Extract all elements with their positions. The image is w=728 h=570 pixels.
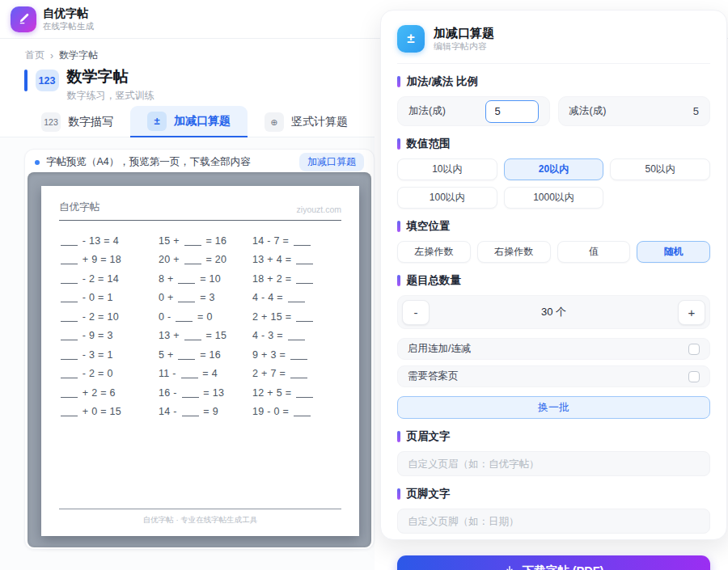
preview-header: 字帖预览（A4），预览第一页，下载全部内容 加减口算题 — [28, 152, 371, 172]
math-problem: 9 + 3 = — [252, 345, 341, 365]
footer-text-input[interactable] — [397, 509, 710, 534]
worksheet-footer: 自优字帖 · 专业在线字帖生成工具 — [59, 509, 341, 526]
tab-number-tracing[interactable]: 123 数字描写 — [24, 106, 130, 137]
blank-option-random[interactable]: 随机 — [637, 241, 710, 263]
preview-card: 字帖预览（A4），预览第一页，下载全部内容 加减口算题 自优字帖 ziyouzt… — [24, 149, 375, 550]
section-footer-text: 页脚文字 — [397, 487, 710, 501]
chain-operations-label: 启用连加/连减 — [408, 342, 471, 356]
dot-icon — [35, 160, 40, 165]
math-problem: 13 + 4 = — [252, 251, 341, 270]
range-options: 10以内 20以内 50以内 100以内 1000以内 — [397, 158, 710, 209]
math-problem: - 2 = 10 — [59, 307, 159, 327]
answer-page-toggle-row: 需要答案页 — [397, 365, 710, 387]
preview-type-badge: 加减口算题 — [299, 153, 364, 171]
answer-page-checkbox[interactable] — [688, 371, 700, 382]
range-option-50[interactable]: 50以内 — [610, 158, 710, 180]
app-title: 自优字帖 — [43, 6, 94, 20]
math-problem: + 2 = 6 — [59, 383, 159, 403]
blank-option-left-operand[interactable]: 左操作数 — [397, 241, 471, 263]
settings-panel: ± 加减口算题 编辑字帖内容 加法/减法 比例 加法(成) 减法(成) 5 数值… — [380, 10, 727, 540]
numbers-123-icon: 123 — [41, 112, 61, 132]
range-option-1000[interactable]: 1000以内 — [504, 187, 604, 209]
app-root: 自优字帖 在线字帖生成 首页 › 数学字帖 123 数学字帖 数字练习，竖式训练… — [0, 0, 728, 570]
range-option-100[interactable]: 100以内 — [397, 187, 497, 209]
problems-grid: - 13 = 415 + = 1614 - 7 = + 9 = 1820 + =… — [59, 231, 341, 421]
app-subtitle: 在线字帖生成 — [43, 20, 94, 32]
math-problem: 18 + 2 = — [252, 269, 341, 289]
chain-operations-toggle-row: 启用连加/连减 — [397, 338, 710, 360]
range-option-20[interactable]: 20以内 — [504, 158, 604, 180]
question-count-stepper: - 30 个 + — [397, 295, 710, 329]
answer-page-label: 需要答案页 — [408, 369, 459, 383]
worksheet-header-title: 自优字帖 — [59, 201, 99, 214]
tab-add-subtract-quiz[interactable]: ± 加减口算题 — [130, 106, 248, 137]
preview-canvas: 自优字帖 ziyouzt.com - 13 = 415 + = 1614 - 7… — [28, 172, 371, 547]
section-question-count: 题目总数量 — [397, 273, 710, 288]
math-problem: + 9 = 18 — [59, 251, 159, 270]
math-problem: - 2 = 14 — [59, 269, 159, 289]
increase-button[interactable]: + — [678, 300, 705, 325]
question-count-value: 30 个 — [430, 305, 678, 319]
math-problem: 12 + 5 = — [252, 383, 341, 403]
subtraction-ratio-value[interactable]: 5 — [693, 105, 699, 117]
addition-ratio-card: 加法(成) — [397, 96, 550, 126]
subtraction-ratio-label: 减法(成) — [569, 104, 607, 118]
regenerate-button[interactable]: 换一批 — [397, 396, 710, 419]
blank-option-right-operand[interactable]: 右操作数 — [477, 241, 551, 263]
preview-description: 字帖预览（A4），预览第一页，下载全部内容 — [46, 155, 251, 169]
logo-text: 自优字帖 在线字帖生成 — [43, 6, 94, 32]
section-blank-position: 填空位置 — [397, 219, 710, 234]
circle-plus-icon: ⊕ — [265, 112, 284, 132]
tab-label: 竖式计算题 — [291, 115, 348, 129]
blank-option-value[interactable]: 值 — [557, 241, 631, 263]
worksheet-page: 自优字帖 ziyouzt.com - 13 = 415 + = 1614 - 7… — [41, 186, 359, 536]
header-text-input[interactable] — [397, 451, 710, 476]
chain-operations-checkbox[interactable] — [688, 344, 700, 355]
panel-title: 加减口算题 — [434, 26, 494, 40]
download-icon — [504, 565, 515, 570]
ratio-row: 加法(成) 减法(成) 5 — [397, 96, 710, 126]
tab-label: 加减口算题 — [174, 114, 231, 129]
worksheet-header: 自优字帖 ziyouzt.com — [59, 201, 341, 221]
math-problem: 14 - 7 = — [252, 231, 341, 251]
math-problem: 4 - 4 = — [252, 289, 341, 308]
math-problem: 19 - 0 = — [252, 403, 341, 422]
download-label: 下载字帖 (PDF) — [523, 564, 604, 570]
decrease-button[interactable]: - — [402, 300, 430, 325]
breadcrumb-separator: › — [50, 50, 53, 61]
range-option-10[interactable]: 10以内 — [397, 158, 497, 180]
page-subtitle: 数字练习，竖式训练 — [67, 89, 154, 103]
panel-subtitle: 编辑字帖内容 — [434, 40, 494, 52]
tab-bar: 123 数字描写 ± 加减口算题 ⊕ 竖式计算题 — [24, 106, 365, 137]
math-problem: - 0 = 1 — [59, 289, 159, 308]
math-problem: 4 - 3 = — [252, 327, 341, 346]
math-problem: - 13 = 4 — [59, 231, 159, 251]
page-title: 数学字帖 — [67, 68, 154, 86]
tab-label: 数字描写 — [68, 115, 113, 129]
addition-ratio-label: 加法(成) — [408, 104, 446, 118]
addition-ratio-input[interactable] — [485, 100, 539, 123]
math-problem: - 3 = 1 — [59, 345, 159, 365]
math-problem: 15 + = 16 — [159, 231, 252, 251]
page-heading: 123 数学字帖 数字练习，竖式训练 — [24, 68, 154, 103]
math-problem: 2 + 15 = — [252, 307, 341, 327]
blank-position-options: 左操作数 右操作数 值 随机 — [397, 241, 710, 263]
download-pdf-button[interactable]: 下载字帖 (PDF) — [397, 555, 710, 570]
panel-header: ± 加减口算题 编辑字帖内容 — [397, 25, 710, 64]
app-logo[interactable] — [11, 6, 36, 32]
breadcrumb-current: 数学字帖 — [59, 49, 98, 62]
math-problem: 2 + 7 = — [252, 365, 341, 384]
tab-vertical-calculation[interactable]: ⊕ 竖式计算题 — [248, 106, 365, 137]
section-number-range: 数值范围 — [397, 137, 710, 151]
math-problem: 5 + = 16 — [159, 345, 252, 365]
math-problem: - 9 = 3 — [59, 327, 159, 346]
math-problem: 11 - = 4 — [159, 365, 252, 384]
breadcrumb: 首页 › 数学字帖 — [25, 49, 98, 62]
math-problem: 13 + = 15 — [159, 327, 252, 346]
math-problem: + 0 = 15 — [59, 403, 159, 422]
math-problem: 8 + = 10 — [159, 269, 252, 289]
section-ratio: 加法/减法 比例 — [397, 74, 710, 89]
breadcrumb-home[interactable]: 首页 — [25, 49, 44, 62]
math-problem: 0 - = 0 — [159, 307, 252, 327]
title-accent-bar — [24, 70, 28, 91]
